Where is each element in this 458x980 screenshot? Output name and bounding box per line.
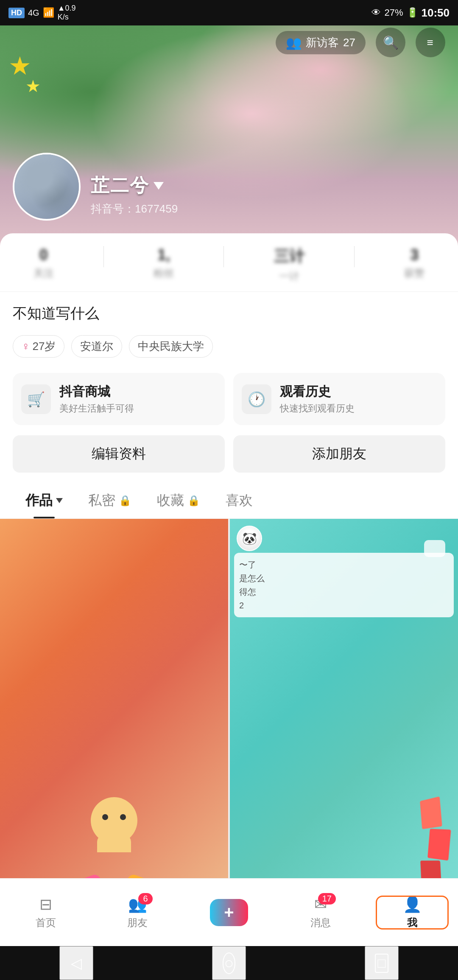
profile-nav-icon: 👤 <box>403 896 422 913</box>
shop-subtitle: 美好生活触手可得 <box>59 402 134 415</box>
search-button[interactable]: 🔍 <box>376 28 405 57</box>
visitors-button[interactable]: 👥 新访客 27 <box>276 31 366 54</box>
age-label: 27岁 <box>33 339 56 354</box>
visitors-label: 新访客 <box>306 35 339 50</box>
profile-header: ★ ★ 👥 新访客 27 🔍 ≡ 芷二兮 抖音号：1677459 <box>0 25 458 246</box>
signal-4g: 4G <box>28 8 39 18</box>
tag-age[interactable]: ♀ 27岁 <box>13 335 64 358</box>
friends-label: 朋友 <box>127 916 148 930</box>
back-button[interactable]: ◁ <box>59 946 93 980</box>
douyin-shop-card[interactable]: 🛒 抖音商城 美好生活触手可得 <box>13 373 225 425</box>
lock-icon-private: 🔒 <box>119 495 131 507</box>
friends-badge: 6 <box>138 893 153 904</box>
stat-likes-received[interactable]: 三计 一计 <box>274 246 304 283</box>
upload-speed: ▲0.9K/s <box>58 4 76 22</box>
following-label: 关注 <box>34 266 54 280</box>
history-text: 观看历史 快速找到观看历史 <box>280 383 355 415</box>
likes-label: 一计 <box>279 269 299 283</box>
school-label: 中央民族大学 <box>138 339 204 354</box>
comment-line-1: 〜了 <box>239 560 256 569</box>
stat-divider-2 <box>223 246 224 267</box>
followers-label: 粉丝 <box>154 266 174 280</box>
tag-location[interactable]: 安道尔 <box>71 335 122 358</box>
nav-home[interactable]: ⊟ 首页 <box>0 896 92 930</box>
video-thumb-normal[interactable]: 🐼 〜了 是怎么 得怎 2 <box>230 519 458 924</box>
lock-icon-favorites: 🔒 <box>187 495 200 507</box>
tab-private[interactable]: 私密 🔒 <box>75 483 144 518</box>
recents-button[interactable]: □ <box>365 946 399 980</box>
messages-badge: 17 <box>318 893 336 904</box>
nav-messages[interactable]: 17 ✉ 消息 <box>275 896 366 930</box>
video-mini-avatar: 🐼 <box>237 526 262 551</box>
comment-line-2: 是怎么 <box>239 574 265 583</box>
video-thumb-draft[interactable]: 草稿 2 <box>0 519 228 924</box>
content-area: 0 关注 1, 粉丝 三计 一计 3 获赞 不知道写什么 ♀ 27岁 安道尔 <box>0 233 458 980</box>
tags-row: ♀ 27岁 安道尔 中央民族大学 <box>0 330 458 366</box>
eye-icon: 👁 <box>371 7 381 18</box>
home-system-button[interactable]: ○ <box>212 946 246 980</box>
quick-links: 🛒 抖音商城 美好生活触手可得 🕐 观看历史 快速找到观看历史 <box>13 373 445 425</box>
battery-level: 27% <box>384 7 403 18</box>
total-likes-count: 3 <box>410 246 419 264</box>
status-bar: HD 4G 📶 ▲0.9K/s 👁 27% 🔋 10:50 <box>0 0 458 25</box>
nav-create[interactable]: + <box>183 899 275 926</box>
battery-icon: 🔋 <box>407 7 418 18</box>
create-button[interactable]: + <box>210 899 248 926</box>
comment-line-4: 2 <box>239 601 244 610</box>
nav-profile[interactable]: 👤 我 <box>366 896 458 930</box>
signal-bars: 📶 <box>43 7 54 18</box>
stat-followers[interactable]: 1, 粉丝 <box>154 246 174 283</box>
content-tabs: 作品 私密 🔒 收藏 🔒 喜欢 <box>0 483 458 519</box>
total-likes-label: 获赞 <box>404 266 424 280</box>
menu-icon: ≡ <box>427 36 434 49</box>
followers-count: 1, <box>157 246 170 264</box>
add-friend-label: 添加朋友 <box>312 445 366 463</box>
visitors-icon: 👥 <box>286 35 302 50</box>
home-icon: ⊟ <box>39 896 52 913</box>
bio-text: 不知道写什么 <box>13 305 99 321</box>
history-icon: 🕐 <box>242 384 271 414</box>
shop-title: 抖音商城 <box>59 383 134 400</box>
stat-following[interactable]: 0 关注 <box>34 246 54 283</box>
following-count: 0 <box>39 246 48 264</box>
domino-shapes <box>420 798 450 890</box>
add-friend-button[interactable]: 添加朋友 <box>233 435 445 473</box>
profile-name: 芷二兮 <box>91 173 178 198</box>
edit-profile-button[interactable]: 编辑资料 <box>13 435 225 473</box>
profile-id: 抖音号：1677459 <box>91 202 178 216</box>
tag-school[interactable]: 中央民族大学 <box>129 335 213 358</box>
home-label: 首页 <box>36 916 56 930</box>
video-grid: 草稿 2 🐼 〜了 是怎么 得怎 2 <box>0 519 458 924</box>
tab-works-label: 作品 <box>25 491 53 510</box>
menu-button[interactable]: ≡ <box>416 28 445 57</box>
likes-count: 三计 <box>274 246 304 267</box>
avatar[interactable] <box>13 153 81 221</box>
stat-total-likes[interactable]: 3 获赞 <box>404 246 424 283</box>
avatar-image <box>14 154 79 219</box>
tab-works[interactable]: 作品 <box>13 483 75 518</box>
status-left: HD 4G 📶 ▲0.9K/s <box>8 4 76 22</box>
nav-friends[interactable]: 6 👥 朋友 <box>92 896 183 930</box>
name-dropdown-icon[interactable] <box>154 182 164 190</box>
search-icon: 🔍 <box>383 35 399 50</box>
action-buttons: 编辑资料 添加朋友 <box>13 435 445 473</box>
watch-history-card[interactable]: 🕐 观看历史 快速找到观看历史 <box>233 373 445 425</box>
recents-icon: □ <box>375 954 388 973</box>
cartoon-character <box>72 780 156 890</box>
star-decoration-2: ★ <box>25 76 41 96</box>
messages-label: 消息 <box>310 916 331 930</box>
shop-text: 抖音商城 美好生活触手可得 <box>59 383 134 415</box>
stat-divider-3 <box>354 246 355 267</box>
bio-section: 不知道写什么 <box>0 292 458 330</box>
gender-icon: ♀ <box>22 340 30 353</box>
shop-icon: 🛒 <box>21 384 51 414</box>
history-subtitle: 快速找到观看历史 <box>280 402 355 415</box>
tab-favorites[interactable]: 收藏 🔒 <box>144 483 213 518</box>
video-comments-overlay: 〜了 是怎么 得怎 2 <box>234 553 454 617</box>
tab-likes[interactable]: 喜欢 <box>213 483 265 518</box>
home-system-icon: ○ <box>223 952 236 974</box>
stat-divider-1 <box>103 246 104 267</box>
username: 芷二兮 <box>91 173 149 198</box>
header-top-bar: 👥 新访客 27 🔍 ≡ <box>0 25 458 59</box>
clock-time: 10:50 <box>422 6 450 20</box>
